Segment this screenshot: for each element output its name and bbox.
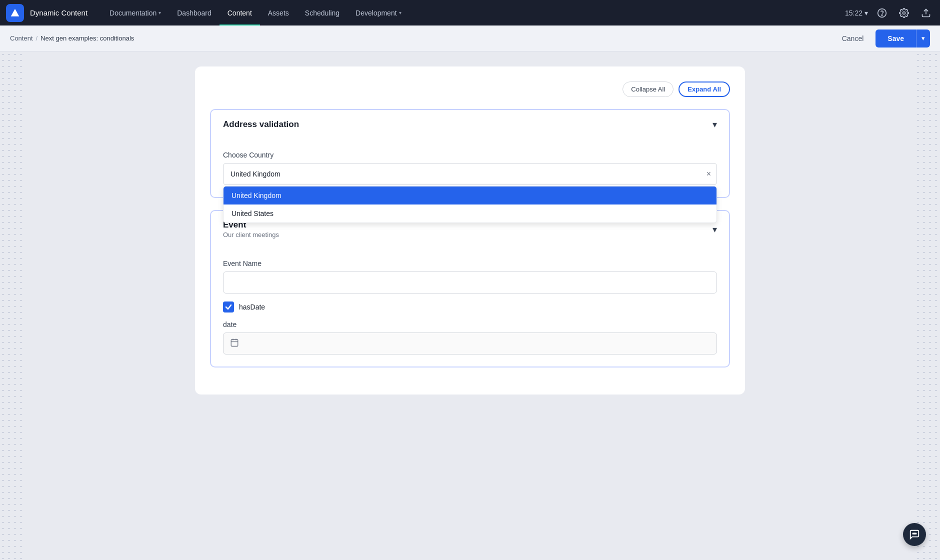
dropdown-item-us[interactable]: United States [224,204,716,222]
breadcrumb-bar: Content / Next gen examples: conditional… [0,26,940,52]
chevron-down-icon: ▾ [158,10,161,16]
section-event: Event Our client meetings ▾ Event Name h [210,210,730,368]
chevron-down-icon-event: ▾ [712,224,717,235]
has-date-row: hasDate [223,302,717,312]
choose-country-label: Choose Country [223,151,717,159]
has-date-checkbox[interactable] [223,302,234,312]
svg-marker-0 [11,8,20,16]
app-logo[interactable] [6,4,24,22]
country-dropdown-list: United Kingdom United States [223,186,717,223]
nav-item-documentation[interactable]: Documentation ▾ [102,0,169,26]
breadcrumb: Content / Next gen examples: conditional… [10,34,134,42]
svg-point-11 [916,533,916,534]
svg-point-9 [912,533,914,534]
section-event-body: Event Name hasDate date [211,248,729,366]
section-address-validation: Address validation ▾ Choose Country Unit… [210,109,730,198]
nav-item-content[interactable]: Content [220,0,260,26]
chevron-down-icon-save: ▾ [922,34,925,42]
choose-country-value: United Kingdom [230,170,280,178]
calendar-icon [230,338,239,349]
nav-label-scheduling: Scheduling [305,9,340,17]
nav-label-development: Development [356,9,397,17]
breadcrumb-separator: / [36,34,38,42]
content-card: Collapse All Expand All Address validati… [195,66,745,394]
section-address-validation-title-group: Address validation [223,120,299,130]
export-button[interactable] [918,5,934,21]
svg-rect-5 [231,340,238,346]
save-button-group: Save ▾ [876,30,930,48]
app-title: Dynamic Content [30,8,88,17]
nav-label-assets: Assets [268,9,289,17]
nav-time: 15:22 ▾ [845,9,868,17]
section-address-validation-body: Choose Country United Kingdom × United K… [211,139,729,197]
dropdown-item-uk[interactable]: United Kingdom [224,186,716,204]
top-navigation: Dynamic Content Documentation ▾ Dashboar… [0,0,940,26]
event-name-label: Event Name [223,260,717,268]
collapse-all-button[interactable]: Collapse All [622,82,674,97]
chevron-down-icon-time: ▾ [864,9,868,17]
nav-right: 15:22 ▾ [845,5,934,21]
nav-label-dashboard: Dashboard [177,9,212,17]
breadcrumb-actions: Cancel Save ▾ [834,30,930,48]
chat-fab-button[interactable] [903,523,926,546]
breadcrumb-parent[interactable]: Content [10,34,33,42]
main-content: Collapse All Expand All Address validati… [0,52,940,560]
cancel-button[interactable]: Cancel [834,32,872,46]
breadcrumb-current: Next gen examples: conditionals [40,34,134,42]
chevron-down-icon-address: ▾ [712,119,717,130]
card-toolbar: Collapse All Expand All [210,82,730,97]
save-dropdown-button[interactable]: ▾ [916,30,930,48]
svg-point-3 [903,12,906,14]
expand-all-button[interactable]: Expand All [678,82,730,97]
choose-country-select[interactable]: United Kingdom [223,163,717,185]
choose-country-wrapper: United Kingdom × United Kingdom United S… [223,163,717,185]
chevron-down-icon-dev: ▾ [399,10,402,16]
date-input[interactable] [223,332,717,354]
nav-label-documentation: Documentation [110,9,156,17]
nav-item-dashboard[interactable]: Dashboard [169,0,220,26]
date-input-wrapper [223,332,717,354]
section-event-subtitle: Our client meetings [223,231,279,238]
svg-point-2 [882,14,882,16]
svg-point-10 [914,533,915,534]
has-date-label: hasDate [239,303,265,311]
nav-item-scheduling[interactable]: Scheduling [297,0,348,26]
nav-item-development[interactable]: Development ▾ [348,0,410,26]
help-button[interactable] [874,5,890,21]
section-address-validation-header[interactable]: Address validation ▾ [211,110,729,139]
nav-items: Documentation ▾ Dashboard Content Assets… [102,0,845,26]
save-button[interactable]: Save [876,30,916,48]
settings-button[interactable] [896,5,912,21]
choose-country-clear-button[interactable]: × [706,170,711,178]
nav-label-content: Content [228,9,252,17]
date-label: date [223,320,717,328]
nav-item-assets[interactable]: Assets [260,0,297,26]
event-name-input[interactable] [223,272,717,294]
section-address-validation-title: Address validation [223,120,299,130]
